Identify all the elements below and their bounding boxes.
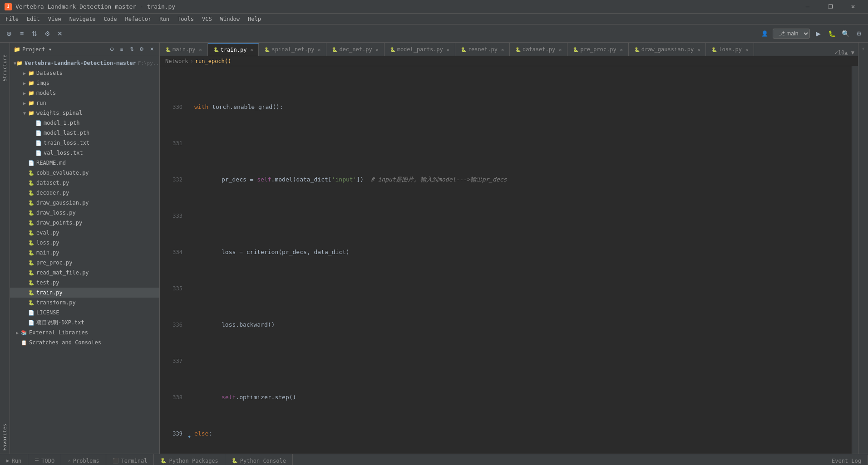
menu-file[interactable]: File	[2, 15, 22, 23]
tree-train[interactable]: 🐍train.py	[10, 288, 159, 298]
maximize-button[interactable]: ❐	[820, 0, 841, 14]
sidebar-expand-btn[interactable]: ⇅	[128, 45, 136, 54]
toolbar-icon-2[interactable]: ≡	[16, 28, 27, 39]
tree-train-loss[interactable]: 📄train_loss.txt	[10, 138, 159, 148]
tree-draw-loss[interactable]: 🐍draw_loss.py	[10, 208, 159, 218]
code-line-334: 334 loss = criterion(pr_decs, data_dict)	[163, 248, 848, 257]
tree-project-desc[interactable]: 📄项目说明-DXP.txt	[10, 318, 159, 328]
code-line-337: 337	[163, 357, 848, 366]
tree-datasets[interactable]: ▶📁Datasets	[10, 68, 159, 78]
close-button[interactable]: ✕	[843, 0, 863, 14]
tree-models[interactable]: ▶📁models	[10, 88, 159, 98]
tree-test[interactable]: 🐍test.py	[10, 278, 159, 288]
title-text: Vertebra-Landmark-Detection-master - tra…	[15, 3, 175, 10]
tab-draw-gaussian[interactable]: 🐍draw_gaussian.py✕	[629, 43, 706, 56]
minimize-button[interactable]: ─	[797, 0, 818, 14]
menu-refactor[interactable]: Refactor	[121, 15, 155, 23]
breadcrumb-sep: ›	[190, 58, 193, 64]
tree-model-last[interactable]: 📄model_last.pth	[10, 128, 159, 138]
python-packages-icon: 🐍	[160, 458, 167, 464]
todo-icon: ☰	[35, 458, 39, 464]
tab-model-parts[interactable]: 🐍model_parts.py✕	[385, 43, 455, 56]
tree-draw-points[interactable]: 🐍draw_points.py	[10, 218, 159, 228]
debug-button[interactable]: 🐛	[826, 28, 837, 39]
menu-window[interactable]: Window	[217, 15, 243, 23]
code-editor[interactable]: 330 with torch.enable_grad(): 331 332 pr…	[160, 66, 858, 454]
structure-tab[interactable]: Structure	[1, 52, 9, 84]
tree-eval[interactable]: 🐍eval.py	[10, 228, 159, 238]
tab-bar: 🐍main.py✕ 🐍train.py✕ 🐍spinal_net.py✕ 🐍de…	[160, 43, 858, 56]
toolbar-icon-3[interactable]: ⇅	[29, 28, 40, 39]
sidebar-close-btn[interactable]: ✕	[148, 45, 156, 54]
tab-dataset[interactable]: 🐍dataset.py✕	[510, 43, 567, 56]
python-packages-tab[interactable]: 🐍 Python Packages	[154, 454, 225, 465]
menu-tools[interactable]: Tools	[174, 15, 197, 23]
tree-weights-spinal[interactable]: ▼📁weights_spinal	[10, 108, 159, 118]
terminal-tab[interactable]: ⬛ Terminal	[106, 454, 154, 465]
tree-dataset-py[interactable]: 🐍dataset.py	[10, 178, 159, 188]
tab-resnet[interactable]: 🐍resnet.py✕	[455, 43, 510, 56]
terminal-icon: ⬛	[113, 458, 119, 464]
tree-root[interactable]: ▼ 📁 Vertebra-Landmark-Detection-master F…	[10, 58, 159, 68]
tab-dec-net[interactable]: 🐍dec_net.py✕	[326, 43, 384, 56]
menu-help[interactable]: Help	[244, 15, 265, 23]
tree-readme[interactable]: 📄README.md	[10, 158, 159, 168]
right-tab-1[interactable]: ⚡	[861, 44, 865, 53]
menu-run[interactable]: Run	[156, 15, 173, 23]
tree-license[interactable]: 📄LICENSE	[10, 308, 159, 318]
tab-train-py[interactable]: 🐍train.py✕	[208, 43, 259, 56]
tree-run[interactable]: ▶📁run	[10, 98, 159, 108]
sidebar-collapse-btn[interactable]: ≡	[118, 45, 126, 54]
code-content[interactable]: 330 with torch.enable_grad(): 331 332 pr…	[160, 66, 852, 454]
toolbar-settings[interactable]: ⚙	[42, 28, 53, 39]
tree-pre-proc[interactable]: 🐍pre_proc.py	[10, 258, 159, 268]
problems-tab[interactable]: ⚠ Problems	[61, 454, 106, 465]
search-button[interactable]: 🔍	[840, 28, 851, 39]
tree-imgs[interactable]: ▶📁imgs	[10, 78, 159, 88]
tree-model1[interactable]: 📄model_1.pth	[10, 118, 159, 128]
breadcrumb-run-epoch[interactable]: run_epoch()	[195, 58, 231, 64]
sidebar-header: 📁 Project ▾ ⊙ ≡ ⇅ ⚙ ✕	[10, 43, 159, 56]
title-bar-left: J Vertebra-Landmark-Detection-master - t…	[5, 3, 175, 10]
tab-spinal-net[interactable]: 🐍spinal_net.py✕	[259, 43, 326, 56]
profile-icon: 👤	[761, 30, 768, 37]
tree-cobb[interactable]: 🐍cobb_evaluate.py	[10, 168, 159, 178]
breadcrumb-network[interactable]: Network	[165, 58, 188, 64]
tab-loss[interactable]: 🐍loss.py✕	[706, 43, 754, 56]
code-line-331: 331	[163, 139, 848, 148]
tab-main-py[interactable]: 🐍main.py✕	[160, 43, 208, 56]
python-console-icon: 🐍	[232, 458, 238, 464]
run-button[interactable]: ▶	[813, 28, 824, 39]
tree-transform[interactable]: 🐍transform.py	[10, 298, 159, 308]
todo-tab[interactable]: ☰ TODO	[28, 454, 61, 465]
tree-decoder[interactable]: 🐍decoder.py	[10, 188, 159, 198]
python-console-tab[interactable]: 🐍 Python Console	[225, 454, 293, 465]
project-label: 📁	[14, 46, 20, 53]
tree-loss[interactable]: 🐍loss.py	[10, 238, 159, 248]
menu-view[interactable]: View	[44, 15, 65, 23]
settings-button[interactable]: ⚙	[853, 28, 864, 39]
tree-val-loss[interactable]: 📄val_loss.txt	[10, 148, 159, 158]
menu-edit[interactable]: Edit	[23, 15, 44, 23]
toolbar-icon-1[interactable]: ⊕	[4, 28, 15, 39]
run-tab[interactable]: ▶ Run	[0, 454, 28, 465]
editor-area: 🐍main.py✕ 🐍train.py✕ 🐍spinal_net.py✕ 🐍de…	[160, 43, 858, 454]
event-log-tab[interactable]: Event Log	[825, 455, 868, 465]
right-edge: ⚡	[858, 43, 868, 454]
sidebar-locate-btn[interactable]: ⊙	[108, 45, 116, 54]
branch-selector[interactable]: ⎇ main	[773, 29, 810, 39]
code-line-333: 333	[163, 211, 848, 220]
tree-scratches[interactable]: 📋Scratches and Consoles	[10, 338, 159, 348]
menu-vcs[interactable]: VCS	[198, 15, 216, 23]
favorites-tab[interactable]: Favorites	[1, 421, 9, 454]
toolbar-close[interactable]: ✕	[54, 28, 65, 39]
menu-navigate[interactable]: Navigate	[66, 15, 99, 23]
sidebar-gear-btn[interactable]: ⚙	[138, 45, 146, 54]
tab-pre-proc[interactable]: 🐍pre_proc.py✕	[567, 43, 629, 56]
tree-main[interactable]: 🐍main.py	[10, 248, 159, 258]
breadcrumb: Network › run_epoch()	[160, 56, 858, 66]
menu-code[interactable]: Code	[100, 15, 121, 23]
tree-external-libs[interactable]: ▶📚External Libraries	[10, 328, 159, 338]
tree-read-mat[interactable]: 🐍read_mat_file.py	[10, 268, 159, 278]
tree-draw-gaussian[interactable]: 🐍draw_gaussian.py	[10, 198, 159, 208]
